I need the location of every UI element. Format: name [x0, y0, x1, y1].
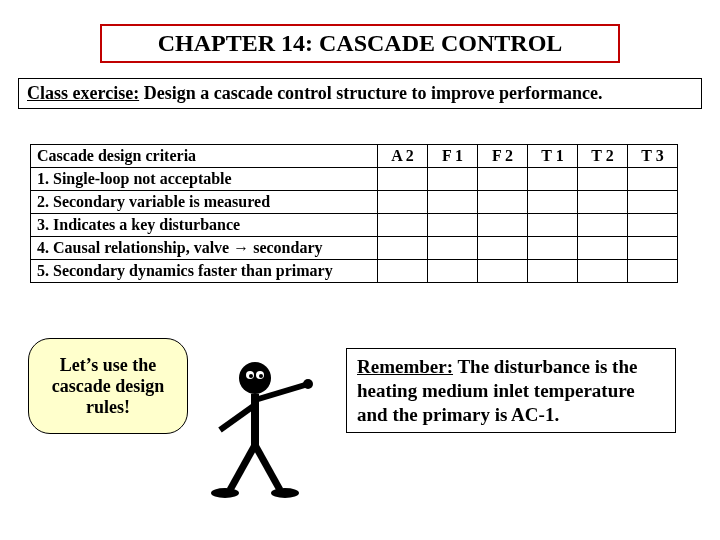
row-label: 3. Indicates a key disturbance [31, 214, 378, 237]
header-criteria: Cascade design criteria [31, 145, 378, 168]
table-cell [528, 237, 578, 260]
table-cell [428, 214, 478, 237]
speech-bubble: Let’s use the cascade design rules! [28, 338, 188, 434]
remember-label: Remember: [357, 356, 453, 377]
header-f1: F 1 [428, 145, 478, 168]
table-cell [628, 168, 678, 191]
class-exercise-box: Class exercise: Design a cascade control… [18, 78, 702, 109]
table-cell [478, 237, 528, 260]
svg-point-5 [303, 379, 313, 389]
row-label: 5. Secondary dynamics faster than primar… [31, 260, 378, 283]
table-cell [628, 237, 678, 260]
table-cell [578, 260, 628, 283]
table-cell [478, 191, 528, 214]
table-cell [428, 237, 478, 260]
header-t2: T 2 [578, 145, 628, 168]
header-f2: F 2 [478, 145, 528, 168]
table-cell [628, 214, 678, 237]
svg-point-4 [259, 374, 263, 378]
criteria-table: Cascade design criteria A 2 F 1 F 2 T 1 … [30, 144, 678, 283]
table-row: 3. Indicates a key disturbance [31, 214, 678, 237]
svg-point-0 [239, 362, 271, 394]
table-cell [578, 168, 628, 191]
table-cell [378, 260, 428, 283]
table-row: 1. Single-loop not acceptable [31, 168, 678, 191]
table-cell [528, 214, 578, 237]
svg-point-7 [271, 488, 299, 498]
row-label: 2. Secondary variable is measured [31, 191, 378, 214]
svg-point-6 [211, 488, 239, 498]
row-label: 4. Causal relationship, valve → secondar… [31, 237, 378, 260]
header-a2: A 2 [378, 145, 428, 168]
exercise-text: Design a cascade control structure to im… [139, 83, 602, 103]
header-t1: T 1 [528, 145, 578, 168]
table-cell [378, 237, 428, 260]
table-cell [428, 260, 478, 283]
table-cell [628, 191, 678, 214]
table-cell [478, 260, 528, 283]
exercise-label: Class exercise: [27, 83, 139, 103]
table-cell [578, 214, 628, 237]
table-row: 4. Causal relationship, valve → secondar… [31, 237, 678, 260]
bubble-text: Let’s use the cascade design rules! [37, 355, 179, 418]
table-cell [428, 168, 478, 191]
table-cell [528, 191, 578, 214]
table-cell [528, 168, 578, 191]
pointing-figure-icon [200, 350, 320, 500]
table-cell [478, 168, 528, 191]
header-t3: T 3 [628, 145, 678, 168]
chapter-title: CHAPTER 14: CASCADE CONTROL [100, 24, 620, 63]
table-cell [478, 214, 528, 237]
table-cell [528, 260, 578, 283]
table-cell [378, 168, 428, 191]
table-cell [628, 260, 678, 283]
table-header-row: Cascade design criteria A 2 F 1 F 2 T 1 … [31, 145, 678, 168]
table-cell [578, 191, 628, 214]
svg-point-3 [249, 374, 253, 378]
table-cell [578, 237, 628, 260]
row-label: 1. Single-loop not acceptable [31, 168, 378, 191]
table-row: 2. Secondary variable is measured [31, 191, 678, 214]
table-cell [428, 191, 478, 214]
table-cell [378, 191, 428, 214]
remember-box: Remember: The disturbance is the heating… [346, 348, 676, 433]
table-row: 5. Secondary dynamics faster than primar… [31, 260, 678, 283]
table-cell [378, 214, 428, 237]
